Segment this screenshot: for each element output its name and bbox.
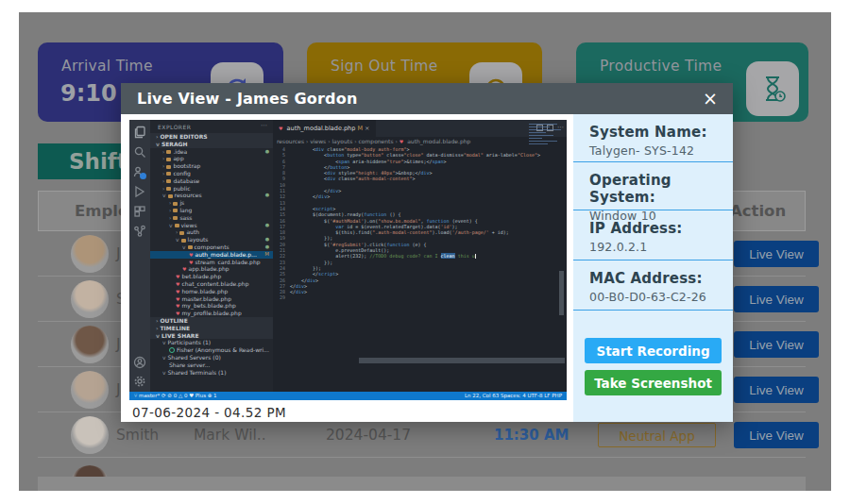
- code-line: 29: [273, 294, 567, 300]
- avatar: [71, 280, 109, 318]
- files-icon[interactable]: [133, 126, 146, 139]
- tree-item[interactable]: ♥my_bets.blade.php: [150, 302, 273, 310]
- sidebar-section-open-editors[interactable]: ›OPEN EDITORS: [150, 133, 273, 141]
- info-label: System Name:: [589, 124, 723, 141]
- minimap-line: [529, 126, 550, 128]
- line-number: 29: [273, 294, 285, 300]
- tree-item[interactable]: vcomponents●: [150, 244, 273, 251]
- run-debug-icon[interactable]: [133, 185, 146, 198]
- live-view-button[interactable]: Live View: [734, 286, 819, 312]
- explorer-title: EXPLORER: [158, 124, 192, 130]
- avatar: [71, 416, 109, 454]
- tree-item[interactable]: ♥master.blade.php: [150, 295, 273, 303]
- action-column-header: Action: [730, 192, 786, 230]
- modal-title: Live View - James Gordon: [137, 83, 358, 114]
- vscode-tab-bar: ♥ auth_modal.blade.php M × ⋯: [273, 120, 567, 137]
- live-view-button[interactable]: Live View: [734, 422, 819, 448]
- tree-item[interactable]: vShared Servers (0): [150, 354, 273, 361]
- info-value: 192.0.2.1: [589, 240, 723, 254]
- minimap-line: [529, 141, 557, 143]
- status-bar-right: Ln 22, Col 63 Spaces: 4 UTF-8 LF PHP: [465, 392, 562, 400]
- tree-item[interactable]: ›auth: [150, 228, 273, 236]
- minimap-line: [529, 129, 561, 131]
- info-block: IP Address:192.0.2.1: [573, 210, 733, 260]
- avatar: [71, 326, 109, 363]
- tree-item[interactable]: ›config: [150, 170, 273, 177]
- app-category-badge[interactable]: Neutral App: [598, 423, 716, 447]
- vscode-editor: ♥ auth_modal.blade.php M × ⋯ resources ›…: [273, 120, 567, 392]
- scm-badge: [140, 173, 146, 179]
- account-icon[interactable]: [133, 356, 146, 369]
- minimap-line: [529, 124, 557, 126]
- tree-item[interactable]: ♥home.blade.php: [150, 288, 273, 295]
- tree-item[interactable]: ♥chat_content.blade.php: [150, 280, 273, 288]
- remote-screen-view: EXPLORER ⋯ ›OPEN EDITORSvSERAGH›.idea●›a…: [129, 120, 567, 400]
- live-view-modal: Live View - James Gordon × EXPLORER ⋯ ›O…: [121, 83, 733, 422]
- minimap-line: [529, 143, 548, 145]
- status-bar-left: ⑂ master* ⟳ ⊘ 0 △ 0 ♥ Plus ⊕ 1: [134, 392, 217, 400]
- tree-item[interactable]: ›bootstrap: [150, 162, 273, 170]
- tree-item[interactable]: ♥app.blade.php: [150, 265, 273, 273]
- sidebar-section-live-share[interactable]: vLIVE SHARE: [150, 332, 273, 340]
- breadcrumb: resources › views › layouts › components…: [277, 137, 470, 146]
- explorer-tree: ›OPEN EDITORSvSERAGH›.idea●›app›bootstra…: [150, 133, 273, 376]
- tree-item[interactable]: vresources●: [150, 192, 273, 199]
- take-screenshot-button[interactable]: Take Screenshot: [585, 370, 722, 395]
- minimap-line: [529, 138, 542, 140]
- live-share-icon[interactable]: [133, 225, 146, 238]
- tree-item[interactable]: vParticipants (1): [150, 339, 273, 346]
- tree-item[interactable]: vlayouts●: [150, 236, 273, 244]
- tree-item[interactable]: ♥stream_card.blade.php: [150, 259, 273, 266]
- info-label: IP Address:: [589, 220, 723, 237]
- hourglass-clock-icon: [746, 61, 799, 116]
- minimap-line: [529, 135, 553, 137]
- tree-item[interactable]: ♥bet.blade.php: [150, 273, 273, 280]
- sidebar-section-outline[interactable]: ›OUTLINE: [150, 317, 273, 325]
- search-icon[interactable]: [133, 145, 146, 159]
- sidebar-section-timeline[interactable]: ›TIMELINE: [150, 325, 273, 332]
- vscode-explorer-sidebar: EXPLORER ⋯ ›OPEN EDITORSvSERAGH›.idea●›a…: [150, 120, 273, 392]
- vscode-activity-bar: [129, 120, 150, 400]
- tree-item[interactable]: ›.idea●: [150, 148, 273, 156]
- card-label: Sign Out Time: [331, 58, 438, 75]
- tree-item[interactable]: Share server...: [150, 361, 273, 369]
- tree-item[interactable]: ›public: [150, 185, 273, 193]
- avatar: [71, 371, 109, 409]
- tree-item[interactable]: vviews●: [150, 222, 273, 229]
- start-recording-button[interactable]: Start Recording: [585, 338, 722, 363]
- info-label: Operating System:: [589, 172, 723, 206]
- tree-item[interactable]: Fisher (Anonymous & Read-wri...: [150, 346, 273, 354]
- table-footer-strip: [38, 477, 806, 491]
- close-icon[interactable]: ×: [703, 83, 718, 114]
- live-view-button[interactable]: Live View: [734, 377, 819, 403]
- tree-item[interactable]: ›sass: [150, 214, 273, 222]
- tree-item[interactable]: ♥my_profile.blade.php: [150, 310, 273, 317]
- live-view-button[interactable]: Live View: [734, 241, 819, 267]
- card-label: Arrival Time: [61, 58, 153, 75]
- info-value: Talygen- SYS-142: [589, 143, 723, 158]
- live-view-button[interactable]: Live View: [734, 331, 819, 358]
- minimap: [527, 122, 565, 154]
- tree-item[interactable]: ›database: [150, 177, 273, 185]
- tree-item[interactable]: vShared Terminals (1): [150, 369, 273, 377]
- system-info-panel: System Name:Talygen- SYS-142Operating Sy…: [573, 114, 733, 422]
- vertical-scrollbar: [559, 271, 564, 315]
- sidebar-section-seragh[interactable]: vSERAGH: [150, 141, 273, 148]
- modal-body: EXPLORER ⋯ ›OPEN EDITORSvSERAGH›.idea●›a…: [121, 114, 733, 422]
- modal-header: Live View - James Gordon ×: [121, 83, 733, 114]
- code-area: 4 <div class="modal-body auth-form">5 <b…: [273, 146, 567, 384]
- tree-item[interactable]: ›js: [150, 199, 273, 207]
- explorer-more-icon: ⋯: [261, 122, 267, 129]
- tree-item[interactable]: ›lang: [150, 207, 273, 214]
- info-block: System Name:Talygen- SYS-142: [573, 114, 733, 162]
- info-block: MAC Address:00-B0-D0-63-C2-26: [573, 260, 733, 311]
- tree-item[interactable]: ♥auth_modal.blade.p...M: [150, 251, 273, 259]
- card-label: Productive Time: [600, 58, 722, 75]
- tree-item[interactable]: ›app: [150, 155, 273, 162]
- screenshot-timestamp: 07-06-2024 - 04.52 PM: [132, 405, 286, 420]
- info-label: MAC Address:: [589, 270, 723, 287]
- settings-gear-icon[interactable]: [133, 375, 146, 388]
- info-block: Operating System:Window 10: [573, 162, 733, 210]
- horizontal-scrollbar: [359, 358, 565, 363]
- extensions-icon[interactable]: [133, 205, 146, 218]
